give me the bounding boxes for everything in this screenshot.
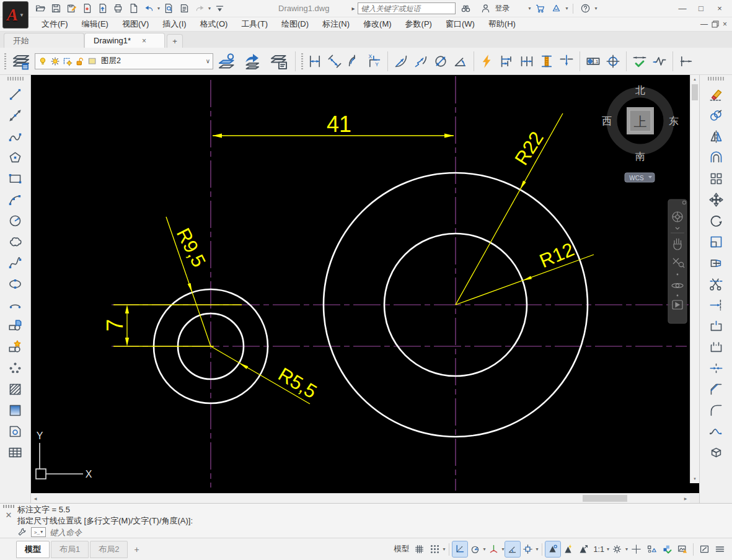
vertical-scrollbar[interactable]: ▲ ▼ bbox=[690, 75, 699, 483]
scroll-down-icon[interactable]: ▼ bbox=[690, 475, 699, 483]
draw-polygon-button[interactable] bbox=[5, 147, 26, 168]
break-button[interactable] bbox=[705, 336, 726, 357]
login-label[interactable]: 登录 bbox=[495, 3, 509, 14]
menu-draw[interactable]: 绘图(D) bbox=[275, 17, 315, 31]
dim-space-button[interactable] bbox=[537, 51, 556, 72]
tolerance-button[interactable]: .1 bbox=[584, 51, 602, 72]
menu-insert[interactable]: 插入(I) bbox=[156, 17, 193, 31]
break-at-point-button[interactable] bbox=[705, 315, 726, 336]
dim-aligned-button[interactable] bbox=[325, 51, 344, 72]
graphics-performance-icon[interactable] bbox=[659, 541, 674, 557]
redo-caret-icon[interactable]: ▾ bbox=[208, 6, 211, 11]
dim-baseline-button[interactable] bbox=[498, 51, 516, 72]
array-button[interactable] bbox=[705, 168, 726, 189]
save-icon[interactable] bbox=[49, 2, 63, 15]
toolbar-grip[interactable] bbox=[299, 51, 304, 72]
draw-line-button[interactable] bbox=[5, 84, 26, 105]
drawing-area[interactable]: 41 7 R9,5 R5,5 R22 R12 Y X bbox=[31, 75, 699, 503]
undo-icon[interactable] bbox=[142, 2, 156, 15]
menu-modify[interactable]: 修改(M) bbox=[356, 17, 399, 31]
viewcube-south-label[interactable]: 南 bbox=[635, 151, 645, 162]
viewcube[interactable]: 上 北 南 西 东 bbox=[602, 85, 679, 162]
customize-wrench-icon[interactable] bbox=[17, 527, 27, 537]
preview-icon[interactable] bbox=[162, 2, 175, 15]
copy-button[interactable] bbox=[705, 105, 726, 126]
hardware-acceleration-icon[interactable] bbox=[675, 541, 690, 557]
hatch-button[interactable] bbox=[5, 378, 26, 400]
draw-ellipse-button[interactable] bbox=[5, 273, 26, 294]
join-button[interactable] bbox=[705, 357, 726, 378]
scroll-up-icon[interactable]: ▲ bbox=[690, 75, 699, 84]
menu-help[interactable]: 帮助(H) bbox=[482, 17, 523, 31]
toolbar-grip[interactable] bbox=[2, 51, 7, 72]
dim-continue-button[interactable] bbox=[518, 51, 536, 72]
app-store-cart-icon[interactable] bbox=[533, 2, 547, 15]
tab-model[interactable]: 模型 bbox=[16, 541, 50, 558]
dim-linear-button[interactable] bbox=[306, 51, 324, 72]
wcs-dropdown[interactable]: WCS bbox=[625, 173, 655, 182]
layer-dropdown[interactable]: 图层2 ∨ bbox=[35, 53, 213, 69]
erase-button[interactable] bbox=[705, 84, 726, 105]
extend-button[interactable] bbox=[705, 294, 726, 315]
command-input[interactable] bbox=[50, 528, 236, 537]
layer-dropdown-caret-icon[interactable]: ∨ bbox=[206, 58, 210, 64]
tab-close-icon[interactable]: × bbox=[142, 37, 146, 45]
viewport-freeze-icon[interactable] bbox=[63, 56, 73, 66]
grid-toggle-icon[interactable] bbox=[412, 541, 427, 557]
tab-layout1[interactable]: 布局1 bbox=[51, 541, 89, 558]
dim-inspect-button[interactable] bbox=[630, 51, 649, 72]
workspace-gear-icon[interactable] bbox=[610, 541, 625, 557]
crosshair-icon[interactable] bbox=[628, 541, 643, 557]
annotation-scale-icon[interactable] bbox=[576, 541, 591, 557]
customization-menu-icon[interactable] bbox=[712, 541, 727, 557]
object-snap-tracking-icon[interactable] bbox=[505, 541, 520, 557]
dim-arc-length-button[interactable] bbox=[345, 51, 364, 72]
draw-ellipse-arc-button[interactable] bbox=[5, 294, 26, 315]
redo-icon[interactable] bbox=[193, 2, 206, 15]
menu-format[interactable]: 格式(O) bbox=[193, 17, 235, 31]
doc-close-button[interactable]: × bbox=[723, 20, 727, 28]
upload-icon[interactable] bbox=[95, 2, 109, 15]
draw-spline-button[interactable] bbox=[5, 252, 26, 273]
snap-caret-icon[interactable]: ▾ bbox=[443, 547, 446, 552]
annotation-scale-value[interactable]: 1:1 bbox=[592, 545, 606, 554]
draw-construction-line-button[interactable] bbox=[5, 105, 26, 126]
tab-layout2[interactable]: 布局2 bbox=[90, 541, 128, 558]
command-prompt-icon[interactable]: >_▾ bbox=[31, 527, 46, 537]
trim-button[interactable] bbox=[705, 273, 726, 294]
layer-properties-button[interactable] bbox=[9, 50, 33, 73]
scale-caret-icon[interactable]: ▾ bbox=[607, 547, 609, 552]
viewcube-north-label[interactable]: 北 bbox=[635, 85, 645, 95]
help-caret-icon[interactable]: ▾ bbox=[594, 6, 597, 11]
login-caret-icon[interactable]: ▾ bbox=[528, 6, 531, 11]
draw-circle-button[interactable] bbox=[5, 210, 26, 231]
scroll-right-icon[interactable]: ▶ bbox=[681, 494, 690, 503]
new-layout-button[interactable]: + bbox=[129, 543, 144, 556]
dim-break-button[interactable] bbox=[557, 51, 576, 72]
close-button[interactable]: × bbox=[711, 2, 728, 15]
dim-diameter-button[interactable] bbox=[431, 51, 450, 72]
new-tab-button[interactable]: + bbox=[167, 34, 183, 48]
isodraft-icon[interactable] bbox=[487, 541, 501, 557]
menu-view[interactable]: 视图(V) bbox=[115, 17, 156, 31]
isodraft-caret-icon[interactable]: ▾ bbox=[502, 547, 505, 552]
blend-curves-button[interactable] bbox=[705, 421, 726, 442]
offset-button[interactable] bbox=[705, 147, 726, 168]
toolbar-grip[interactable] bbox=[7, 77, 24, 81]
annotation-autoscale-icon[interactable] bbox=[561, 541, 576, 557]
table-button[interactable] bbox=[5, 442, 26, 463]
doc-minimize-button[interactable]: — bbox=[700, 20, 708, 28]
quick-dimension-button[interactable] bbox=[478, 51, 496, 72]
open-icon[interactable] bbox=[33, 2, 47, 15]
object-snap-icon[interactable] bbox=[521, 541, 536, 557]
new-page-icon[interactable] bbox=[126, 2, 140, 15]
help-icon[interactable] bbox=[578, 2, 592, 15]
move-button[interactable] bbox=[705, 189, 726, 210]
vertical-scroll-thumb[interactable] bbox=[692, 84, 698, 100]
menu-tools[interactable]: 工具(T) bbox=[234, 17, 275, 31]
rotate-button[interactable] bbox=[705, 210, 726, 231]
navigation-bar[interactable] bbox=[668, 199, 687, 323]
maximize-button[interactable]: □ bbox=[692, 2, 710, 15]
command-close-icon[interactable]: ✕ bbox=[6, 510, 12, 520]
ortho-toggle-icon[interactable] bbox=[452, 541, 467, 557]
